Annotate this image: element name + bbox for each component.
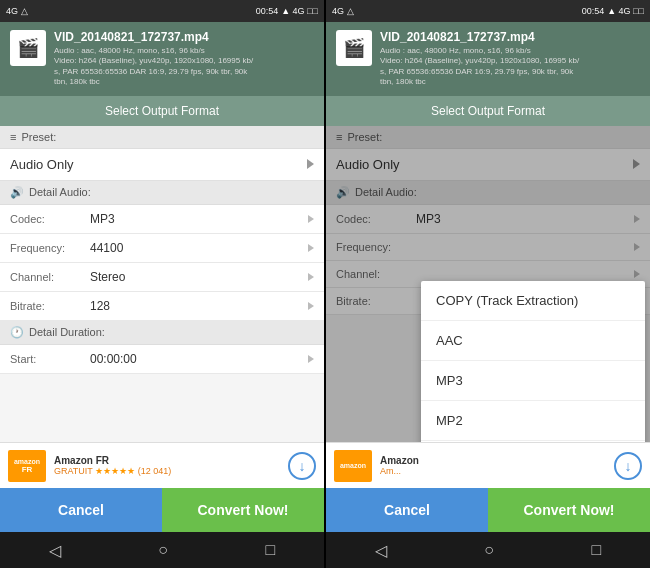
status-left-1: 4G △ — [6, 6, 28, 16]
select-format-btn-2[interactable]: Select Output Format — [326, 96, 650, 126]
ad-text-2: Amazon Am... — [380, 455, 606, 476]
ad-logo-1: amazon FR — [8, 450, 46, 482]
ad-subtitle-2: Am... — [380, 466, 606, 476]
recent-icon-2[interactable]: □ — [592, 541, 602, 559]
status-left-2: 4G △ — [332, 6, 354, 16]
clock-icon-1 — [10, 326, 24, 339]
file-info-1: VID_20140821_172737.mp4 Audio : aac, 480… — [54, 30, 314, 88]
file-meta4-1: tbn, 180k tbc — [54, 77, 100, 86]
ad-logo-text1-2: amazon — [340, 462, 366, 469]
channel-arrow-1 — [308, 273, 314, 281]
preset-icon-1 — [10, 131, 16, 143]
detail-audio-label-1: Detail Audio: — [29, 186, 91, 198]
status-bar-1: 4G △ 00:54 ▲ 4G □□ — [0, 0, 324, 22]
file-name-1: VID_20140821_172737.mp4 — [54, 30, 314, 44]
back-icon-2[interactable]: ◁ — [375, 541, 387, 560]
dropdown-item-3[interactable]: MP2 — [421, 401, 645, 441]
content-2: Preset: Audio Only Detail Audio: Codec: … — [326, 126, 650, 442]
recent-icon-1[interactable]: □ — [266, 541, 276, 559]
bitrate-row-1[interactable]: Bitrate: 128 — [0, 292, 324, 321]
bottom-buttons-1: Cancel Convert Now! — [0, 488, 324, 532]
frequency-arrow-1 — [308, 244, 314, 252]
ad-text-1: Amazon FR GRATUIT ★★★★★ (12 041) — [54, 455, 280, 476]
panel-1: 4G △ 00:54 ▲ 4G □□ 🎬 VID_20140821_172737… — [0, 0, 324, 568]
codec-label-1: Codec: — [10, 213, 90, 225]
preset-arrow-1 — [307, 159, 314, 169]
start-arrow-1 — [308, 355, 314, 363]
ad-stars-1: ★★★★★ — [95, 466, 135, 476]
status-right-2: 00:54 ▲ 4G □□ — [582, 6, 644, 16]
dropdown-item-2[interactable]: MP3 — [421, 361, 645, 401]
select-format-btn-1[interactable]: Select Output Format — [0, 96, 324, 126]
download-icon-2[interactable]: ↓ — [614, 452, 642, 480]
file-meta-1: Audio : aac, 48000 Hz, mono, s16, 96 kb/… — [54, 46, 314, 88]
cancel-button-2[interactable]: Cancel — [326, 488, 488, 532]
file-header-1: 🎬 VID_20140821_172737.mp4 Audio : aac, 4… — [0, 22, 324, 96]
frequency-label-1: Frequency: — [10, 242, 90, 254]
download-icon-1[interactable]: ↓ — [288, 452, 316, 480]
status-left-text-2: 4G △ — [332, 6, 354, 16]
ad-gratuit-1: GRATUIT — [54, 466, 93, 476]
file-meta2-1: Video: h264 (Baseline), yuv420p, 1920x10… — [54, 56, 253, 65]
file-meta-2: Audio : aac, 48000 Hz, mono, s16, 96 kb/… — [380, 46, 640, 88]
file-header-2: 🎬 VID_20140821_172737.mp4 Audio : aac, 4… — [326, 22, 650, 96]
preset-label-1: Preset: — [21, 131, 56, 143]
codec-value-1: MP3 — [90, 212, 308, 226]
dropdown-menu-2: COPY (Track Extraction) AAC MP3 MP2 WMA — [421, 281, 645, 442]
preset-value-row-1[interactable]: Audio Only — [0, 149, 324, 181]
frequency-value-1: 44100 — [90, 241, 308, 255]
convert-button-2[interactable]: Convert Now! — [488, 488, 650, 532]
dropdown-item-4[interactable]: WMA — [421, 441, 645, 442]
codec-row-1[interactable]: Codec: MP3 — [0, 205, 324, 234]
nav-bar-2: ◁ ○ □ — [326, 532, 650, 568]
file-meta2-2: Video: h264 (Baseline), yuv420p, 1920x10… — [380, 56, 579, 65]
file-icon-2: 🎬 — [336, 30, 372, 66]
bitrate-label-1: Bitrate: — [10, 300, 90, 312]
dropdown-item-1[interactable]: AAC — [421, 321, 645, 361]
ad-reviews-1: (12 041) — [138, 466, 172, 476]
start-label-1: Start: — [10, 353, 90, 365]
status-left-text-1: 4G △ — [6, 6, 28, 16]
status-time-2: 00:54 — [582, 6, 605, 16]
cancel-button-1[interactable]: Cancel — [0, 488, 162, 532]
file-meta3-1: s, PAR 65536:65536 DAR 16:9, 29.79 fps, … — [54, 67, 247, 76]
back-icon-1[interactable]: ◁ — [49, 541, 61, 560]
ad-title-1: Amazon FR — [54, 455, 280, 466]
status-time-1: 00:54 — [256, 6, 279, 16]
preset-value-1: Audio Only — [10, 157, 74, 172]
detail-duration-header-1: Detail Duration: — [0, 321, 324, 345]
dropdown-item-0[interactable]: COPY (Track Extraction) — [421, 281, 645, 321]
frequency-row-1[interactable]: Frequency: 44100 — [0, 234, 324, 263]
ad-subtitle-1: GRATUIT ★★★★★ (12 041) — [54, 466, 280, 476]
file-icon-1: 🎬 — [10, 30, 46, 66]
file-info-2: VID_20140821_172737.mp4 Audio : aac, 480… — [380, 30, 640, 88]
detail-duration-label-1: Detail Duration: — [29, 326, 105, 338]
ad-title-2: Amazon — [380, 455, 606, 466]
start-row-1[interactable]: Start: 00:00:00 — [0, 345, 324, 374]
ad-logo-text2-1: FR — [22, 465, 33, 474]
channel-row-1[interactable]: Channel: Stereo — [0, 263, 324, 292]
preset-header-1: Preset: — [0, 126, 324, 149]
bitrate-arrow-1 — [308, 302, 314, 310]
channel-label-1: Channel: — [10, 271, 90, 283]
home-icon-1[interactable]: ○ — [158, 541, 168, 559]
file-meta1-2: Audio : aac, 48000 Hz, mono, s16, 96 kb/… — [380, 46, 531, 55]
panel-2: 4G △ 00:54 ▲ 4G □□ 🎬 VID_20140821_172737… — [326, 0, 650, 568]
file-meta3-2: s, PAR 65536:65536 DAR 16:9, 29.79 fps, … — [380, 67, 573, 76]
status-icons-2: ▲ 4G □□ — [607, 6, 644, 16]
bitrate-value-1: 128 — [90, 299, 308, 313]
status-icons-1: ▲ 4G □□ — [281, 6, 318, 16]
home-icon-2[interactable]: ○ — [484, 541, 494, 559]
ad-logo-text1-1: amazon — [14, 458, 40, 465]
file-meta1-1: Audio : aac, 48000 Hz, mono, s16, 96 kb/… — [54, 46, 205, 55]
start-value-1: 00:00:00 — [90, 352, 308, 366]
file-meta4-2: tbn, 180k tbc — [380, 77, 426, 86]
content-1: Preset: Audio Only Detail Audio: Codec: … — [0, 126, 324, 442]
bottom-buttons-2: Cancel Convert Now! — [326, 488, 650, 532]
ad-banner-2: amazon Amazon Am... ↓ — [326, 442, 650, 488]
nav-bar-1: ◁ ○ □ — [0, 532, 324, 568]
convert-button-1[interactable]: Convert Now! — [162, 488, 324, 532]
status-bar-2: 4G △ 00:54 ▲ 4G □□ — [326, 0, 650, 22]
ad-sub-text-2: Am... — [380, 466, 401, 476]
speaker-icon-1 — [10, 186, 24, 199]
